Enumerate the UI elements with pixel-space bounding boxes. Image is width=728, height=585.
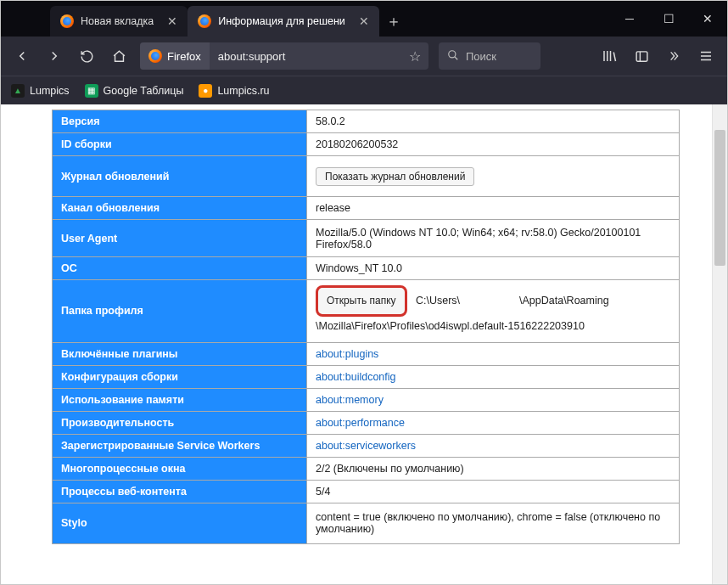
triangle-icon: ▲ xyxy=(11,84,25,98)
bookmark-label: Lumpics xyxy=(30,85,70,97)
bookmark-lumpics[interactable]: ▲ Lumpics xyxy=(11,84,70,98)
row-label: Конфигурация сборки xyxy=(53,365,307,388)
url-bar[interactable]: Firefox about:support ☆ xyxy=(140,42,428,70)
maximize-button[interactable]: ☐ xyxy=(649,1,688,37)
overflow-button[interactable] xyxy=(659,42,688,70)
forward-button[interactable] xyxy=(40,42,69,70)
row-value: release xyxy=(307,197,680,220)
row-value: 5/4 xyxy=(307,480,680,503)
firefox-icon xyxy=(198,14,211,28)
bookmark-lumpics-ru[interactable]: ● Lumpics.ru xyxy=(199,84,269,98)
row-label: Зарегистрированные Service Workers xyxy=(53,434,307,457)
new-tab-button[interactable]: ＋ xyxy=(379,6,408,37)
row-label: Папка профиля xyxy=(53,280,307,343)
row-stylo: Stylo content = true (включено по умолча… xyxy=(53,503,680,543)
svg-rect-1 xyxy=(636,51,647,60)
row-multiprocess: Многопроцессные окна 2/2 (Включены по ум… xyxy=(53,457,680,480)
sheets-icon: ▦ xyxy=(85,84,98,98)
bookmark-google-sheets[interactable]: ▦ Google Таблицы xyxy=(85,84,184,98)
row-label: Stylo xyxy=(53,503,307,543)
firefox-icon xyxy=(60,14,74,28)
row-label: Канал обновления xyxy=(53,197,307,220)
row-value: Открыть папку C:\Users\\AppData\Roaming … xyxy=(307,280,680,343)
tab-new[interactable]: Новая вкладка ✕ xyxy=(50,6,188,37)
row-user-agent: User Agent Mozilla/5.0 (Windows NT 10.0;… xyxy=(53,220,680,257)
about-serviceworkers-link[interactable]: about:serviceworkers xyxy=(316,440,416,452)
about-buildconfig-link[interactable]: about:buildconfig xyxy=(316,371,396,383)
row-service-workers: Зарегистрированные Service Workers about… xyxy=(53,434,680,457)
row-channel: Канал обновления release xyxy=(53,197,680,220)
about-performance-link[interactable]: about:performance xyxy=(316,417,405,429)
row-value: content = true (включено по умолчанию), … xyxy=(307,503,680,543)
tab-strip: Новая вкладка ✕ Информация для решения п… xyxy=(1,1,727,37)
row-performance: Производительность about:performance xyxy=(53,411,680,434)
profile-path-part: C:\Users\ xyxy=(416,295,460,307)
bookmark-label: Lumpics.ru xyxy=(217,85,269,97)
row-version: Версия 58.0.2 xyxy=(53,110,680,133)
close-icon[interactable]: ✕ xyxy=(167,14,177,28)
row-value: Показать журнал обновлений xyxy=(307,156,680,197)
search-bar[interactable]: Поиск xyxy=(439,42,540,70)
about-plugins-link[interactable]: about:plugins xyxy=(316,348,378,360)
identity-label: Firefox xyxy=(167,50,201,63)
row-label: ID сборки xyxy=(53,133,307,156)
url-text[interactable]: about:support xyxy=(210,50,401,63)
open-folder-button[interactable]: Открыть папку xyxy=(316,285,407,317)
bookmark-label: Google Таблицы xyxy=(104,85,184,97)
row-value: 20180206200532 xyxy=(307,133,680,156)
close-icon[interactable]: ✕ xyxy=(359,14,369,28)
globe-icon: ● xyxy=(199,84,212,98)
browser-window: Новая вкладка ✕ Информация для решения п… xyxy=(0,0,728,585)
row-label: Журнал обновлений xyxy=(53,156,307,197)
identity-box[interactable]: Firefox xyxy=(140,42,210,70)
row-plugins: Включённые плагины about:plugins xyxy=(53,342,680,365)
row-buildconfig: Конфигурация сборки about:buildconfig xyxy=(53,365,680,388)
row-value: Mozilla/5.0 (Windows NT 10.0; Win64; x64… xyxy=(307,220,680,257)
menu-button[interactable] xyxy=(692,42,720,70)
tab-label: Новая вкладка xyxy=(81,15,154,27)
row-value: 58.0.2 xyxy=(307,110,680,133)
row-update-log: Журнал обновлений Показать журнал обновл… xyxy=(53,156,680,197)
svg-point-0 xyxy=(449,50,456,57)
scrollbar[interactable] xyxy=(712,104,727,584)
search-icon xyxy=(447,49,459,64)
close-window-button[interactable]: ✕ xyxy=(688,1,727,37)
row-label: User Agent xyxy=(53,220,307,257)
bookmark-star-icon[interactable]: ☆ xyxy=(401,48,428,65)
row-memory: Использование памяти about:memory xyxy=(53,388,680,411)
window-controls: ─ ☐ ✕ xyxy=(610,1,727,37)
scrollbar-thumb[interactable] xyxy=(714,130,725,266)
reload-button[interactable] xyxy=(72,42,101,70)
tab-label: Информация для решения пр xyxy=(218,15,345,27)
row-label: Включённые плагины xyxy=(53,342,307,365)
bookmarks-bar: ▲ Lumpics ▦ Google Таблицы ● Lumpics.ru xyxy=(1,76,727,104)
row-label: Версия xyxy=(53,110,307,133)
row-label: Многопроцессные окна xyxy=(53,457,307,480)
minimize-button[interactable]: ─ xyxy=(610,1,649,37)
about-memory-link[interactable]: about:memory xyxy=(316,394,384,406)
tab-about-support[interactable]: Информация для решения пр ✕ xyxy=(188,6,379,37)
row-label: Производительность xyxy=(53,411,307,434)
firefox-icon xyxy=(148,49,162,63)
row-web-content-processes: Процессы веб-контента 5/4 xyxy=(53,480,680,503)
sidebar-button[interactable] xyxy=(627,42,656,70)
show-update-log-button[interactable]: Показать журнал обновлений xyxy=(316,167,474,186)
back-button[interactable] xyxy=(8,42,36,70)
profile-path-part: \AppData\Roaming xyxy=(519,295,609,307)
row-os: ОС Windows_NT 10.0 xyxy=(53,257,680,280)
row-label: Использование памяти xyxy=(53,388,307,411)
nav-toolbar: Firefox about:support ☆ Поиск xyxy=(1,37,727,76)
page-content: Версия 58.0.2 ID сборки 20180206200532 Ж… xyxy=(1,104,727,584)
row-build-id: ID сборки 20180206200532 xyxy=(53,133,680,156)
support-table: Версия 58.0.2 ID сборки 20180206200532 Ж… xyxy=(52,110,680,544)
row-label: ОС xyxy=(53,257,307,280)
row-label: Процессы веб-контента xyxy=(53,480,307,503)
home-button[interactable] xyxy=(104,42,133,70)
row-value: Windows_NT 10.0 xyxy=(307,257,680,280)
row-value: 2/2 (Включены по умолчанию) xyxy=(307,457,680,480)
library-button[interactable] xyxy=(595,42,624,70)
row-profile-folder: Папка профиля Открыть папку C:\Users\\Ap… xyxy=(53,280,680,343)
search-placeholder: Поиск xyxy=(466,50,496,63)
profile-path-part: \Mozilla\Firefox\Profiles\od4iswpl.defau… xyxy=(316,320,585,332)
